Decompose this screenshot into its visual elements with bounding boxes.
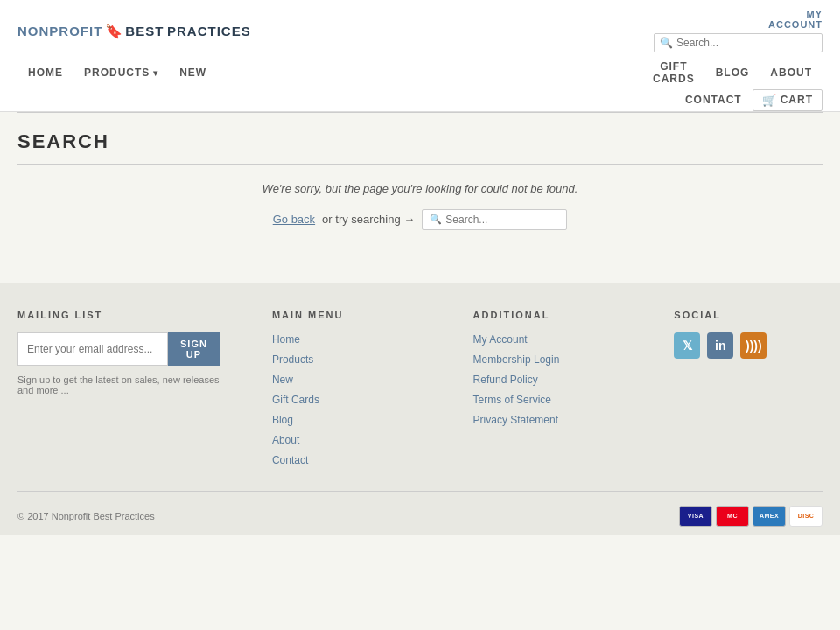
footer: MAILING LIST SIGN UP Sign up to get the …	[0, 283, 840, 536]
terms-of-service-link[interactable]: Terms of Service	[473, 394, 551, 406]
list-item: Products	[272, 353, 421, 366]
nav-row1: HOME PRODUCTS NEW GIFT CARDS BLOG ABOUT	[18, 57, 822, 89]
footer-contact-link[interactable]: Contact	[272, 454, 308, 466]
nav-about[interactable]: ABOUT	[760, 63, 822, 82]
nav-blog[interactable]: BLOG	[705, 63, 760, 82]
search-again-section: Go back or try searching → 🔍	[18, 209, 822, 230]
list-item: Terms of Service	[473, 393, 622, 406]
nav-cart[interactable]: 🛒 CART	[752, 89, 822, 111]
footer-main-menu: MAIN MENU Home Products New Gift Cards B…	[272, 310, 421, 473]
nav-right: GIFT CARDS BLOG ABOUT	[642, 57, 822, 89]
search-again-bar[interactable]: 🔍	[422, 209, 567, 230]
my-account-footer-link[interactable]: My Account	[473, 333, 528, 346]
list-item: New	[272, 373, 421, 386]
header-right: MYACCOUNT 🔍	[654, 9, 822, 52]
nav-row2: CONTACT 🛒 CART	[18, 89, 822, 111]
footer-top: MAILING LIST SIGN UP Sign up to get the …	[18, 310, 822, 491]
nav-products[interactable]: PRODUCTS	[74, 63, 169, 82]
search-icon: 🔍	[660, 37, 673, 49]
list-item: Contact	[272, 453, 421, 466]
logo-nonprofit: NONPROFIT	[18, 24, 102, 38]
footer-gift-cards-link[interactable]: Gift Cards	[272, 394, 319, 406]
email-input[interactable]	[18, 332, 168, 366]
discover-icon: DISC	[789, 506, 822, 527]
footer-new-link[interactable]: New	[272, 374, 293, 386]
my-account-link[interactable]: MYACCOUNT	[768, 9, 822, 30]
social-heading: SOCIAL	[674, 310, 822, 320]
footer-social: SOCIAL 𝕏 in ))))	[674, 310, 822, 473]
main-content: SEARCH We're sorry, but the page you're …	[0, 113, 840, 283]
header-search-bar[interactable]: 🔍	[654, 33, 822, 52]
list-item: About	[272, 433, 421, 446]
list-item: My Account	[473, 332, 622, 346]
linkedin-icon[interactable]: in	[707, 332, 733, 359]
page-heading: SEARCH	[18, 130, 822, 164]
mailing-description: Sign up to get the latest on sales, new …	[18, 374, 220, 396]
footer-about-link[interactable]: About	[272, 434, 299, 446]
list-item: Membership Login	[473, 353, 622, 366]
rss-icon[interactable]: ))))	[740, 332, 766, 359]
payment-icons: VISA MC AMEX DISC	[679, 506, 822, 527]
mastercard-icon: MC	[716, 506, 749, 527]
list-item: Home	[272, 332, 421, 346]
logo-best: BEST	[125, 24, 164, 38]
nav-home[interactable]: HOME	[18, 63, 74, 82]
main-menu-list: Home Products New Gift Cards Blog About …	[272, 332, 421, 466]
mailing-form: SIGN UP	[18, 332, 220, 366]
search-again-icon: 🔍	[430, 214, 442, 225]
nav-new[interactable]: NEW	[169, 63, 217, 82]
sign-up-button[interactable]: SIGN UP	[168, 332, 220, 366]
refund-policy-link[interactable]: Refund Policy	[473, 374, 538, 386]
mailing-list-heading: MAILING LIST	[18, 310, 220, 320]
header-search-input[interactable]	[676, 37, 816, 49]
additional-heading: ADDITIONAL	[473, 310, 622, 320]
social-icons: 𝕏 in ))))	[674, 332, 822, 359]
list-item: Blog	[272, 413, 421, 426]
logo-icon: 🔖	[105, 23, 122, 39]
additional-list: My Account Membership Login Refund Polic…	[473, 332, 622, 426]
nav-contact[interactable]: CONTACT	[675, 90, 752, 109]
twitter-icon[interactable]: 𝕏	[674, 332, 700, 359]
nav-left: HOME PRODUCTS NEW	[18, 63, 217, 82]
footer-bottom: © 2017 Nonprofit Best Practices VISA MC …	[18, 491, 822, 527]
copyright-text: © 2017 Nonprofit Best Practices	[18, 511, 155, 522]
list-item: Gift Cards	[272, 393, 421, 406]
cart-icon: 🛒	[762, 94, 777, 107]
footer-blog-link[interactable]: Blog	[272, 414, 293, 426]
privacy-statement-link[interactable]: Privacy Statement	[473, 414, 558, 426]
list-item: Privacy Statement	[473, 413, 622, 426]
footer-products-link[interactable]: Products	[272, 354, 313, 366]
nav-gift-cards[interactable]: GIFT CARDS	[642, 57, 705, 89]
site-logo[interactable]: NONPROFIT 🔖 BEST PRACTICES	[18, 23, 251, 39]
list-item: Refund Policy	[473, 373, 622, 386]
go-back-link[interactable]: Go back	[273, 213, 315, 226]
membership-login-link[interactable]: Membership Login	[473, 354, 560, 366]
main-menu-heading: MAIN MENU	[272, 310, 421, 320]
amex-icon: AMEX	[752, 506, 786, 527]
search-again-input[interactable]	[445, 214, 559, 226]
cart-label: CART	[780, 94, 813, 106]
footer-additional: ADDITIONAL My Account Membership Login R…	[473, 310, 622, 473]
visa-card-icon: VISA	[679, 506, 712, 527]
footer-home-link[interactable]: Home	[272, 333, 300, 346]
mailing-list-section: MAILING LIST SIGN UP Sign up to get the …	[18, 310, 220, 473]
logo-practices: PRACTICES	[167, 24, 251, 38]
or-try-text: or try searching →	[322, 213, 415, 226]
not-found-message: We're sorry, but the page you're looking…	[18, 182, 822, 195]
